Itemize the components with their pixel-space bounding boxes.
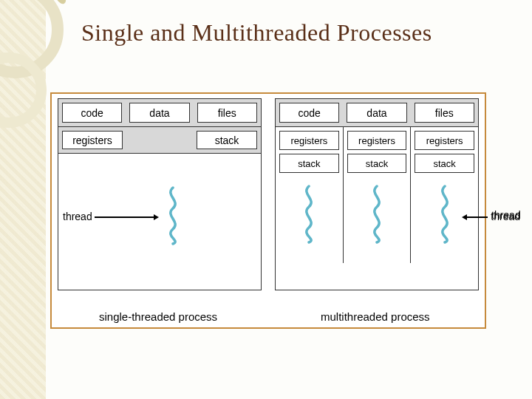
multi-process-box: code data files registers stack register… [275, 98, 479, 290]
thread-column: registers stack [411, 127, 478, 263]
multi-caption: multithreaded process [321, 310, 430, 323]
thread-label-left: thread [63, 211, 92, 222]
arrow-head-icon [154, 214, 159, 220]
cell-data: data [347, 103, 406, 123]
arrow-head-icon [462, 214, 467, 220]
cell-stack: stack [279, 154, 339, 173]
thread-label-right-outer: thread [491, 209, 521, 221]
cell-registers: registers [279, 131, 339, 150]
diagram-figure: code data files registers stack code dat… [50, 92, 486, 329]
multi-shared-row: code data files [276, 99, 478, 127]
cell-registers: registers [62, 131, 123, 149]
slide-title: Single and Multithreaded Processes [81, 19, 432, 47]
thread-squiggle-icon [366, 185, 388, 244]
svg-point-2 [53, 0, 68, 6]
cell-code: code [279, 103, 339, 123]
single-perthread-row: registers stack [58, 127, 261, 154]
cell-stack: stack [347, 154, 407, 173]
single-shared-row: code data files [58, 99, 261, 127]
arrow-line [467, 216, 488, 218]
slide-sidebar-pattern [0, 0, 46, 399]
single-threaded-panel: code data files registers stack [58, 94, 262, 304]
thread-column: registers stack [276, 127, 344, 263]
arrow-line [95, 216, 154, 218]
thread-column: registers stack [344, 127, 412, 263]
cell-stack: stack [415, 154, 474, 173]
cell-registers: registers [347, 131, 407, 150]
cell-code: code [62, 103, 122, 123]
thread-squiggle-icon [298, 185, 320, 244]
cell-stack: stack [197, 131, 257, 149]
cell-files: files [197, 103, 257, 123]
multithreaded-panel: code data files registers stack register… [275, 94, 479, 304]
thread-squiggle-icon [162, 186, 184, 245]
cell-files: files [415, 103, 474, 123]
cell-data: data [129, 103, 189, 123]
thread-squiggle-icon [434, 185, 456, 244]
single-process-box: code data files registers stack [58, 98, 262, 290]
multi-threads-area: registers stack registers stack register… [276, 127, 478, 263]
single-caption: single-threaded process [99, 310, 217, 323]
cell-registers: registers [415, 131, 474, 150]
